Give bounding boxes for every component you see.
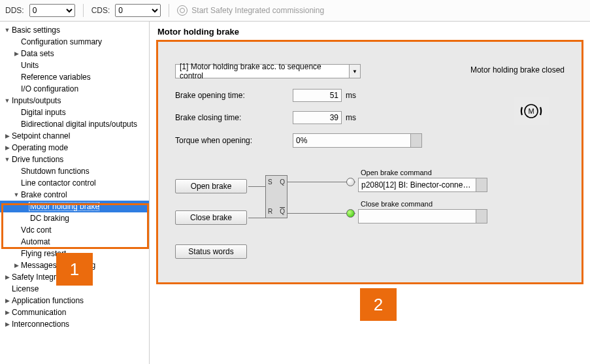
brake-mode-dropdown[interactable]: [1] Motor holding brake acc. to sequence… xyxy=(175,64,361,78)
motor-icon: M xyxy=(514,97,549,125)
tree-item[interactable]: Bidirectional digital inputs/outputs xyxy=(0,118,149,130)
tree-item-label: I/O configuration xyxy=(20,84,78,93)
cds-label: CDS: xyxy=(91,6,110,15)
expand-arrow-icon: ▶ xyxy=(4,144,10,151)
tree-item-label: License xyxy=(10,284,39,293)
main-content: Motor holding brake [1] Motor holding br… xyxy=(150,22,590,364)
brake-closing-time-label: Brake closing time: xyxy=(175,113,293,122)
tree-item[interactable]: ▶Interconnections xyxy=(0,318,149,330)
tree-item[interactable]: Reference variables xyxy=(0,71,149,83)
expand-arrow-icon: ▶ xyxy=(4,297,10,304)
close-brake-command-label: Close brake command xyxy=(361,200,433,208)
open-brake-command-label: Open brake command xyxy=(361,169,432,176)
tree-item-label: Reference variables xyxy=(20,73,91,82)
tree-item[interactable]: ▶Operating mode xyxy=(0,142,149,154)
page-title: Motor holding brake xyxy=(150,22,590,39)
expand-arrow-icon: ▶ xyxy=(4,133,10,139)
tree-item[interactable]: ▼Brake control xyxy=(0,189,149,201)
dds-label: DDS: xyxy=(5,6,24,15)
tree-item-label: Setpoint channel xyxy=(10,131,70,141)
status-words-button[interactable]: Status words xyxy=(175,244,247,259)
expand-arrow-icon: ▼ xyxy=(13,191,20,198)
expand-arrow-icon: ▶ xyxy=(4,321,10,327)
tree-item-label: Brake control xyxy=(20,190,67,199)
close-brake-led xyxy=(346,209,355,218)
expand-arrow-icon: ▶ xyxy=(4,274,10,280)
tree-item[interactable]: ▶Setpoint channel xyxy=(0,130,149,142)
motor-holding-brake-panel: [1] Motor holding brake acc. to sequence… xyxy=(156,40,583,284)
wire xyxy=(287,182,355,182)
tree-item[interactable]: ▼Basic settings xyxy=(0,24,149,36)
tree-item[interactable]: ▼Inputs/outputs xyxy=(0,95,149,107)
brake-status-text: Motor holding brake closed xyxy=(470,65,565,74)
callout-number-2: 2 xyxy=(360,288,397,321)
tree-item-label: Shutdown functions xyxy=(20,167,90,176)
tree-item-label: Bidirectional digital inputs/outputs xyxy=(20,120,137,129)
separator xyxy=(169,4,169,17)
torque-when-opening-label: Torque when opening: xyxy=(175,136,293,145)
selector-button[interactable] xyxy=(476,210,487,223)
tree-item-label: Units xyxy=(20,61,39,70)
open-brake-led xyxy=(346,178,355,186)
expand-arrow-icon: ▶ xyxy=(13,262,20,269)
tree-item[interactable]: ▶Communication xyxy=(0,306,149,318)
dds-select[interactable]: 0 xyxy=(29,4,75,17)
tree-item-label: Interconnections xyxy=(10,320,69,329)
tree-item-label: Communication xyxy=(10,308,66,317)
tree-item[interactable]: ▶Application functions xyxy=(0,295,149,306)
tree-item-label: Line contactor control xyxy=(20,178,96,188)
sr-flipflop: S Q R Q xyxy=(265,175,287,218)
expand-arrow-icon: ▼ xyxy=(4,97,10,104)
brake-closing-time-input[interactable] xyxy=(293,111,342,124)
expand-arrow-icon: ▼ xyxy=(4,156,10,163)
selector-button[interactable] xyxy=(476,178,487,191)
expand-arrow-icon: ▶ xyxy=(13,50,20,57)
unit-ms: ms xyxy=(346,113,356,122)
brake-mode-value: [1] Motor holding brake acc. to sequence… xyxy=(176,62,349,80)
tree-item[interactable]: Digital inputs xyxy=(0,107,149,118)
expand-arrow-icon: ▶ xyxy=(4,309,10,316)
open-brake-command-input[interactable]: p2080[12] BI: Binector-connector xyxy=(358,178,487,192)
unit-ms: ms xyxy=(346,91,356,100)
torque-when-opening-input[interactable]: 0% xyxy=(293,133,422,148)
gear-icon xyxy=(177,5,188,16)
wire xyxy=(287,213,355,214)
open-brake-command-value: p2080[12] BI: Binector-connector xyxy=(359,180,476,190)
chevron-down-icon: ▼ xyxy=(349,65,360,78)
tree-item-label: Configuration summary xyxy=(20,37,102,46)
tree-item-label: Drive functions xyxy=(10,155,63,164)
navigation-tree: ▼Basic settingsConfiguration summary▶Dat… xyxy=(0,22,150,364)
svg-text:M: M xyxy=(528,107,534,115)
tree-item[interactable]: Shutdown functions xyxy=(0,165,149,177)
torque-value: 0% xyxy=(293,136,410,145)
tree-item-label: Inputs/outputs xyxy=(10,96,61,105)
tree-item-label: Basic settings xyxy=(10,25,60,35)
top-toolbar: DDS: 0 CDS: 0 Start Safety Integrated co… xyxy=(0,0,590,22)
tree-item[interactable]: Units xyxy=(0,59,149,71)
tree-item[interactable]: ▼Drive functions xyxy=(0,154,149,165)
tree-item[interactable]: Configuration summary xyxy=(0,36,149,48)
callout-number-1: 1 xyxy=(56,253,93,286)
wire xyxy=(248,218,265,218)
callout-highlight-1 xyxy=(1,203,149,249)
selector-button[interactable] xyxy=(410,134,421,147)
tree-item-label: Data sets xyxy=(20,49,54,58)
open-brake-button[interactable]: Open brake xyxy=(175,179,247,193)
start-safety-commissioning-button[interactable]: Start Safety Integrated commissioning xyxy=(177,5,324,16)
brake-opening-time-label: Brake opening time: xyxy=(175,91,293,100)
cds-select[interactable]: 0 xyxy=(115,4,161,17)
safety-action-label: Start Safety Integrated commissioning xyxy=(191,6,324,15)
expand-arrow-icon: ▼ xyxy=(4,27,10,33)
close-brake-button[interactable]: Close brake xyxy=(175,210,247,225)
tree-item[interactable]: I/O configuration xyxy=(0,83,149,95)
close-brake-command-input[interactable] xyxy=(358,209,487,223)
tree-item[interactable]: ▶Data sets xyxy=(0,48,149,59)
tree-item-label: Operating mode xyxy=(10,143,68,152)
tree-item[interactable]: Line contactor control xyxy=(0,177,149,189)
tree-item-label: Digital inputs xyxy=(20,108,66,117)
brake-opening-time-input[interactable] xyxy=(293,89,342,102)
separator xyxy=(83,4,84,17)
wire xyxy=(248,186,265,187)
tree-item-label: Application functions xyxy=(10,296,84,305)
